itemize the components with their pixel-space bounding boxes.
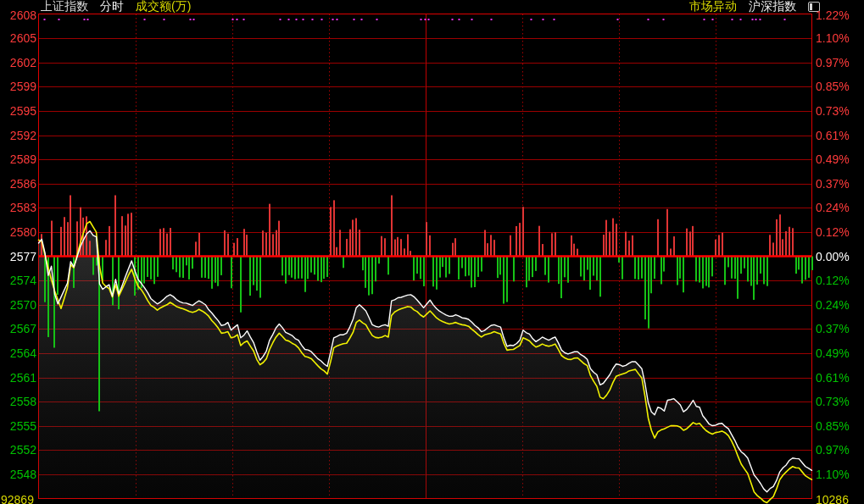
intraday-chart-app: { "header": { "left_items": [ {"label": …: [0, 0, 864, 504]
right-axis-label: 0.97%: [816, 57, 850, 69]
right-axis-label: 0.37%: [816, 323, 850, 335]
left-axis-label: 2574: [1, 274, 36, 286]
right-axis-label: 1.10%: [816, 468, 850, 480]
right-axis-label: 0.24%: [816, 299, 850, 311]
header-item-2[interactable]: 成交额(万): [136, 0, 191, 13]
right-axis-label: 0.97%: [816, 444, 850, 456]
left-axis-label: 2570: [1, 299, 36, 311]
left-axis-label: 2580: [1, 226, 36, 238]
right-axis-label: 0.12%: [816, 226, 850, 238]
left-axis-label: 2552: [1, 444, 36, 456]
right-axis-label: 1.10%: [816, 32, 850, 44]
left-axis-label: 2548: [1, 468, 36, 480]
left-axis-label: 2577: [1, 251, 36, 263]
intraday-chart-screen: 上证指数分时成交额(万) 市场异动沪深指数 260826052602259925…: [0, 0, 864, 504]
left-axis-label: 2586: [1, 178, 36, 190]
right-axis-label: 1.22%: [816, 9, 850, 21]
left-axis-label: 2608: [1, 9, 36, 21]
header-tab-1[interactable]: 沪深指数: [749, 0, 796, 13]
left-axis-label: 2595: [1, 105, 36, 117]
right-axis-label: 0.85%: [816, 420, 850, 432]
header-tab-0[interactable]: 市场异动: [689, 0, 737, 13]
left-axis-label: 2555: [1, 420, 36, 432]
left-axis-label: 2558: [1, 396, 36, 407]
right-axis-label: 0.61%: [816, 130, 850, 141]
left-axis-label: 2599: [1, 80, 36, 92]
left-axis-label: 2589: [1, 153, 36, 165]
header-item-1[interactable]: 分时: [100, 0, 124, 13]
left-axis-label: 2564: [1, 347, 36, 359]
right-axis-label: 0.00%: [816, 251, 850, 263]
right-axis-label: 0.24%: [816, 202, 850, 213]
header-item-0[interactable]: 上证指数: [41, 0, 88, 13]
left-axis-label: 2567: [1, 323, 36, 335]
header-left: 上证指数分时成交额(万): [41, 0, 203, 13]
right-axis-label: 0.49%: [816, 153, 850, 165]
bottom-left-volume-label: 92869: [1, 494, 34, 504]
header-right: 市场异动沪深指数: [689, 0, 808, 13]
right-axis-label: 0.73%: [816, 396, 850, 407]
left-axis-label: 2583: [1, 202, 36, 213]
right-axis-label: 0.61%: [816, 372, 850, 384]
left-axis-label: 2561: [1, 372, 36, 384]
right-axis-label: 0.73%: [816, 105, 850, 117]
left-axis-label: 2605: [1, 32, 36, 44]
left-axis-label: 2592: [1, 130, 36, 141]
right-axis-label: 0.37%: [816, 178, 850, 190]
bottom-right-volume-label: 10286: [816, 494, 849, 504]
intraday-chart-canvas[interactable]: [0, 0, 864, 504]
right-axis-label: 0.49%: [816, 347, 850, 359]
left-axis-label: 2602: [1, 57, 36, 69]
right-axis-label: 0.85%: [816, 80, 850, 92]
right-axis-label: 0.12%: [816, 274, 850, 286]
